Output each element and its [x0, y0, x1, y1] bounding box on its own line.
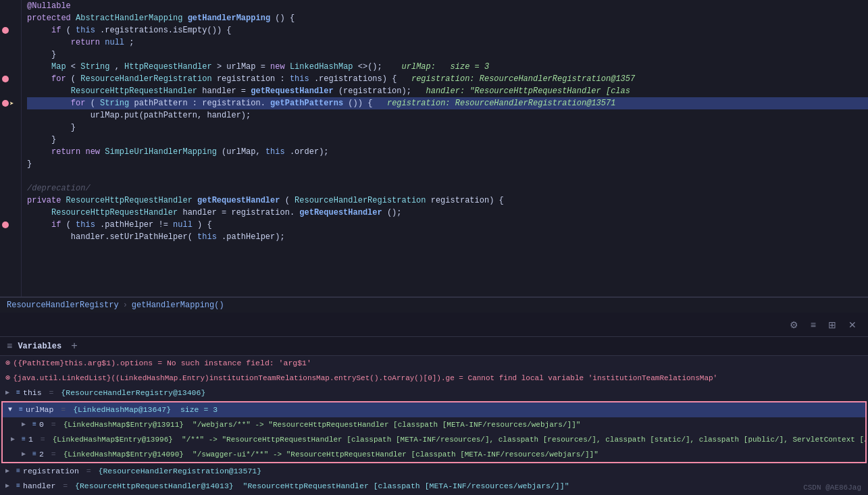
type-abstract: AbstractHandlerMapping	[76, 14, 188, 23]
columns-button[interactable]: ⊞	[825, 317, 840, 332]
comment-deprecation: /deprecation/	[27, 184, 91, 193]
breadcrumb-bar: ResourceHandlerRegistry › getHandlerMapp…	[0, 297, 868, 313]
reg-7: registration :	[217, 74, 290, 84]
semicolon-4: ;	[129, 38, 134, 47]
code-line-17: private ResourceHttpRequestHandler getRe…	[27, 194, 868, 207]
fn-getrh-8: getRequestHandler	[251, 86, 333, 96]
generic-6: <	[71, 62, 76, 72]
var-eq-urlmap: =	[56, 402, 70, 417]
var-eq-registration: =	[82, 464, 96, 479]
var-icon-1: ≡	[22, 432, 26, 447]
kw-this-3: this	[76, 26, 95, 35]
var-name-0: 0	[39, 417, 44, 432]
brace-19: ) {	[197, 220, 212, 230]
expand-this-arrow[interactable]: ▶	[5, 386, 14, 400]
gutter-line-6	[0, 61, 21, 73]
var-eq-this: =	[45, 386, 59, 400]
code-line-14: }	[27, 158, 868, 170]
type-rhrh-18: ResourceHttpRequestHandler	[51, 208, 182, 217]
debug-handler-8: handler: "ResourceHttpRequestHandler [cl…	[426, 86, 630, 96]
expand-urlmap-2-arrow[interactable]: ▶	[22, 447, 30, 462]
paren-open: () {	[275, 14, 295, 23]
fn-gethandlermapping: getHandlerMapping	[188, 14, 270, 23]
pathhelper-19: .pathHelper !=	[100, 220, 173, 230]
type-sumhm: SimpleUrlHandlerMapping	[105, 147, 217, 157]
code-line-6: Map < String , HttpRequestHandler > urlM…	[27, 61, 868, 73]
code-line-10: urlMap.put(pathPattern, handler);	[27, 109, 868, 122]
gutter-line-18	[0, 207, 21, 219]
kw-private-17: private	[27, 196, 66, 205]
debug-var-urlmap-2: ▶ ≡ 2 = {LinkedHashMap$Entry@14090} "/sw…	[3, 447, 865, 462]
gutter-line-9: ➤	[0, 97, 21, 109]
args-13: (urlMap,	[222, 147, 265, 157]
gt-6: > urlMap =	[217, 62, 270, 72]
debug-var-urlmap-0: ▶ ≡ 0 = {LinkedHashMap$Entry@13911} "/we…	[3, 417, 865, 432]
fn-gpp-9: getPathPatterns	[270, 99, 343, 108]
debug-reg-7: registration: ResourceHandlerRegistratio…	[411, 74, 635, 84]
type-string-9: String	[100, 99, 134, 108]
code-line-15	[27, 170, 868, 182]
kw-if-19: if	[51, 220, 66, 230]
indent-5	[27, 50, 47, 59]
diamond-6: <>();	[358, 62, 397, 72]
expand-registration-arrow[interactable]: ▶	[5, 464, 14, 479]
indent-9	[27, 99, 66, 108]
expand-handler-arrow[interactable]: ▶	[5, 479, 14, 494]
gutter-line-15	[0, 170, 21, 182]
kw-null-19: null	[173, 220, 193, 230]
kw-new-6: new	[270, 62, 290, 72]
brace-11: }	[71, 123, 76, 132]
handler-8: handler =	[202, 86, 251, 96]
gutter-line-10	[0, 109, 21, 122]
close-panel-button[interactable]: ✕	[845, 317, 860, 332]
var-val-registration: {ResourceHandlerRegistration@13571}	[99, 464, 262, 479]
code-line-8: ResourceHttpRequestHandler handler = get…	[27, 85, 868, 97]
gutter-line-13	[0, 146, 21, 158]
code-line-16: /deprecation/	[27, 182, 868, 194]
code-line-7: for ( ResourceHandlerRegistration regist…	[27, 73, 868, 85]
gutter: ➤	[0, 0, 22, 296]
indent-7	[27, 74, 47, 84]
var-eq-handler: =	[58, 479, 72, 494]
paren-9: (	[91, 99, 95, 108]
breakpoint-dot-4	[2, 222, 9, 228]
annotation-nullable: @Nullable	[27, 1, 71, 11]
code-line-5: }	[27, 49, 868, 61]
kw-this-13: this	[265, 147, 285, 157]
type-httphandler: HttpRequestHandler	[124, 62, 212, 72]
code-line-2: protected AbstractHandlerMapping getHand…	[27, 12, 868, 24]
error-text-2: {java.util.LinkedList}((LinkedHashMap.En…	[13, 371, 717, 386]
code-content: @Nullable protected AbstractHandlerMappi…	[22, 0, 868, 296]
expand-urlmap-0-arrow[interactable]: ▶	[22, 417, 30, 432]
paren-7: (	[71, 74, 76, 84]
type-rhrh-17: ResourceHttpRequestHandler	[66, 196, 197, 205]
expand-urlmap-1-arrow[interactable]: ▶	[11, 432, 19, 447]
pathhelper-ref-20: .pathHelper);	[222, 232, 285, 242]
handler-20: handler.setUrlPathHelper(	[71, 232, 193, 242]
var-eq-2: =	[47, 447, 61, 462]
debug-toolbar: ⚙ ≡ ⊞ ✕	[0, 313, 868, 337]
type-rhr-17: ResourceHandlerRegistration	[295, 196, 431, 205]
var-eq-0: =	[47, 417, 61, 432]
add-watch-button[interactable]: +	[71, 340, 78, 353]
expand-urlmap-arrow[interactable]: ▼	[8, 402, 16, 417]
type-rhrh-8: ResourceHttpRequestHandler	[71, 86, 202, 96]
watermark: CSDN @AE86Jag	[803, 483, 861, 492]
code-line-4: return null ;	[27, 36, 868, 49]
settings-button[interactable]: ⚙	[786, 317, 802, 332]
var-icon-registration: ≡	[16, 464, 20, 479]
code-line-18: ResourceHttpRequestHandler handler = reg…	[27, 207, 868, 219]
breadcrumb-sep: ›	[123, 301, 128, 310]
code-line-1: @Nullable	[27, 0, 868, 12]
gutter-line-1	[0, 0, 21, 12]
debug-rows: ⊗ ({PathItem}this.arg$1).options = No su…	[0, 356, 868, 495]
brace-14: }	[27, 159, 32, 169]
brace-9: ()) {	[348, 99, 387, 108]
list-view-button[interactable]: ≡	[807, 317, 819, 332]
gutter-line-7	[0, 73, 21, 85]
var-icon-handler: ≡	[16, 479, 20, 494]
breadcrumb-class: ResourceHandlerRegistry	[7, 301, 119, 310]
fn-grh-18: getRequestHandler	[299, 208, 382, 217]
breadcrumb-method: getHandlerMapping()	[132, 301, 224, 310]
kw-null: null	[105, 38, 124, 47]
